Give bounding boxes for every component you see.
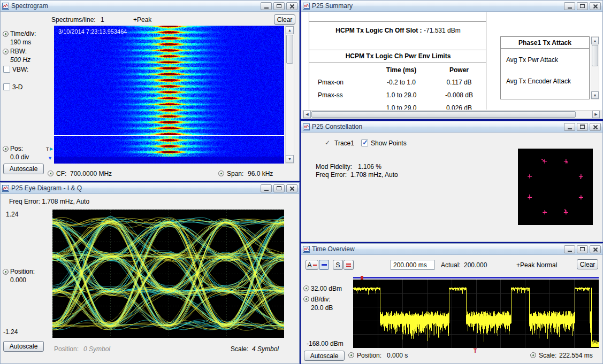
- trigger-marker[interactable]: T: [474, 348, 477, 354]
- spectrogram-plot[interactable]: 3/10/2014 7:23:13.953464: [54, 26, 284, 164]
- phase1-item: Avg Tx Pwr Attack: [506, 56, 558, 64]
- pos-value[interactable]: 0.0 div: [10, 153, 29, 161]
- rbw-value[interactable]: 500 Hz: [10, 56, 30, 64]
- ref-level-value[interactable]: 32.00 dBm: [311, 285, 342, 292]
- maximize-icon[interactable]: [577, 123, 588, 131]
- time-overview-plot[interactable]: [353, 280, 599, 348]
- freq-error-value: 1.708 mHz, Auto: [42, 198, 89, 205]
- trace-a-button[interactable]: A: [306, 260, 318, 270]
- constellation-plot[interactable]: [518, 149, 593, 225]
- row-time: 1.0 to 29.0: [369, 104, 433, 110]
- time-div-value[interactable]: 190 ms: [10, 38, 31, 46]
- footer-scale-value[interactable]: 222.554 ms: [559, 352, 593, 359]
- maximize-icon[interactable]: [273, 2, 285, 10]
- span-knob-icon[interactable]: [218, 171, 224, 176]
- vbw-checkbox[interactable]: [3, 66, 10, 73]
- autoscale-button[interactable]: Autoscale: [304, 351, 345, 361]
- maximize-icon[interactable]: [577, 245, 588, 253]
- clear-button[interactable]: Clear: [577, 259, 598, 269]
- db-div-knob-icon[interactable]: [303, 296, 309, 302]
- spectrums-per-line-label: Spectrums/line:: [51, 16, 96, 24]
- selection-start-marker[interactable]: [361, 276, 363, 280]
- cf-knob-icon[interactable]: [48, 171, 54, 176]
- trace-b-button[interactable]: [319, 260, 329, 270]
- vbw-label: VBW:: [12, 66, 28, 73]
- db-div-value[interactable]: 20.0 dB: [311, 304, 333, 312]
- position-knob-icon[interactable]: [3, 269, 9, 275]
- trace-s-button[interactable]: [344, 260, 354, 270]
- summary-pane: P25 Summary HCPM Tx Logic Ch Off Slot : …: [301, 0, 603, 119]
- pane-title: Time Overview: [312, 245, 355, 253]
- off-slot-label: HCPM Tx Logic Ch Off Slot :: [335, 27, 422, 34]
- scroll-thumb[interactable]: [311, 111, 576, 118]
- span-value[interactable]: 96.0 kHz: [248, 170, 273, 177]
- line-marker-icon[interactable]: ▼: [48, 156, 52, 161]
- minimize-icon[interactable]: [261, 184, 272, 192]
- ref-level-knob-icon[interactable]: [303, 285, 309, 291]
- rbw-knob-icon[interactable]: [3, 49, 9, 55]
- window-icon: [303, 246, 310, 253]
- col-header-power: Power: [433, 66, 485, 74]
- y-axis-top-label: 1.24: [6, 211, 18, 218]
- spectrums-per-line-value[interactable]: 1: [101, 16, 104, 24]
- spectrogram-canvas[interactable]: [54, 26, 284, 164]
- detector-label[interactable]: +Peak: [133, 16, 151, 24]
- summary-h-scrollbar[interactable]: ◀ ▶: [303, 110, 600, 119]
- close-icon[interactable]: [590, 245, 601, 253]
- minimize-icon[interactable]: [261, 2, 272, 10]
- time-overview-titlebar[interactable]: Time Overview: [301, 244, 602, 255]
- autoscale-button[interactable]: Autoscale: [3, 164, 44, 174]
- minimize-icon[interactable]: [564, 2, 575, 10]
- spectrogram-scrollbar[interactable]: ▲ ▼: [285, 26, 294, 164]
- scroll-up-icon[interactable]: ▲: [286, 26, 294, 34]
- maximize-icon[interactable]: [273, 184, 285, 192]
- footer-position-knob-icon[interactable]: [348, 352, 354, 358]
- scroll-thumb[interactable]: [592, 45, 598, 66]
- time-div-knob-icon[interactable]: [3, 31, 9, 37]
- eye-canvas[interactable]: [52, 210, 284, 338]
- limits-table: HCPM Tx Logic Ch Off Slot : -71.531 dBm …: [309, 12, 486, 110]
- scroll-down-icon[interactable]: ▼: [591, 91, 599, 99]
- clear-button[interactable]: Clear: [274, 14, 295, 25]
- close-icon[interactable]: [590, 2, 601, 10]
- constellation-canvas[interactable]: [518, 149, 593, 225]
- footer-position-value[interactable]: 0.000 s: [387, 352, 408, 359]
- summary-titlebar[interactable]: P25 Summary: [301, 1, 602, 12]
- eye-titlebar[interactable]: P25 Eye Diagram - I & Q: [1, 183, 299, 194]
- autoscale-button[interactable]: Autoscale: [3, 341, 44, 352]
- selection-bar[interactable]: [353, 277, 599, 278]
- footer-scale-value[interactable]: 4 Symbol: [252, 345, 279, 353]
- scroll-left-icon[interactable]: ◀: [303, 111, 311, 118]
- pane-title: P25 Eye Diagram - I & Q: [11, 184, 82, 192]
- trace-check-icon[interactable]: ✓: [325, 139, 330, 146]
- phase1-scrollbar[interactable]: ▲ ▼: [591, 36, 599, 99]
- trigger-marker[interactable]: T: [46, 146, 49, 152]
- mod-fidelity-label: Mod Fidelity:: [316, 163, 352, 171]
- pane-title: P25 Constellation: [312, 123, 362, 130]
- constellation-titlebar[interactable]: P25 Constellation: [301, 121, 602, 133]
- scroll-right-icon[interactable]: ▶: [592, 111, 600, 118]
- pane-title: P25 Summary: [312, 2, 353, 10]
- detector-label[interactable]: +Peak Normal: [516, 261, 557, 269]
- time-overview-canvas[interactable]: [353, 280, 599, 348]
- cf-value[interactable]: 700.0000 MHz: [70, 170, 112, 177]
- eye-plot[interactable]: [52, 210, 284, 338]
- spectrum-button[interactable]: S: [333, 260, 343, 270]
- close-icon[interactable]: [590, 123, 601, 131]
- position-value[interactable]: 0.000: [10, 276, 26, 284]
- scroll-up-icon[interactable]: ▲: [591, 37, 599, 44]
- threed-checkbox[interactable]: [3, 83, 10, 90]
- scroll-thumb[interactable]: [286, 35, 293, 64]
- main-time-length-input[interactable]: [391, 260, 434, 270]
- pos-knob-icon[interactable]: [3, 146, 9, 152]
- minimize-icon[interactable]: [564, 123, 575, 131]
- trace-selector[interactable]: Trace1: [334, 140, 354, 147]
- footer-scale-knob-icon[interactable]: [530, 352, 536, 358]
- spectrogram-titlebar[interactable]: Spectrogram: [1, 1, 299, 12]
- scroll-down-icon[interactable]: ▼: [286, 155, 294, 163]
- close-icon[interactable]: [286, 184, 297, 192]
- close-icon[interactable]: [286, 2, 297, 10]
- minimize-icon[interactable]: [564, 245, 575, 253]
- show-points-checkbox[interactable]: ✓: [361, 140, 368, 146]
- maximize-icon[interactable]: [577, 2, 588, 10]
